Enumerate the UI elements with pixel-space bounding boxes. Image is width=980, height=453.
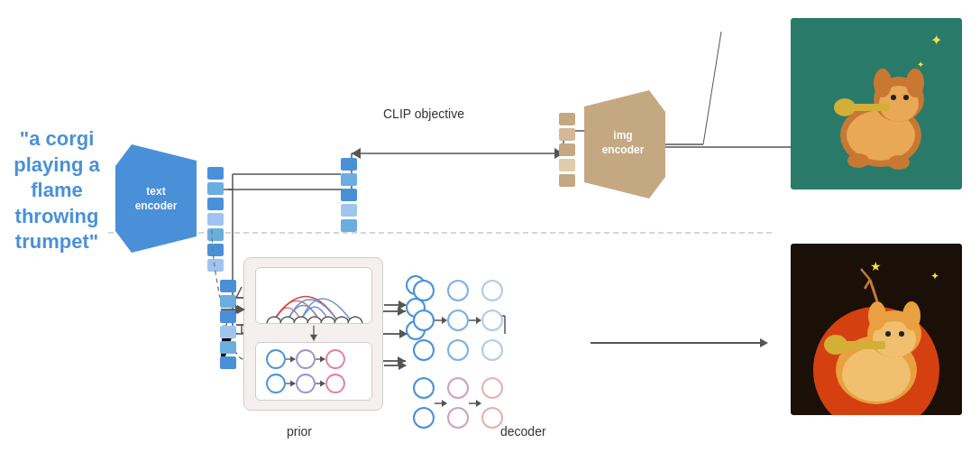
svg-line-19 <box>703 32 721 144</box>
svg-marker-82 <box>290 381 296 387</box>
svg-point-73 <box>326 350 344 368</box>
svg-point-68 <box>348 317 362 324</box>
prompt-line5: trumpet" <box>15 230 98 253</box>
svg-point-72 <box>297 350 315 368</box>
diagram-container: "a corgi playing a flame throwing trumpe… <box>0 0 980 453</box>
svg-point-25 <box>874 69 892 97</box>
svg-point-99 <box>414 408 434 428</box>
prompt-line2: playing a <box>14 153 99 176</box>
svg-point-27 <box>891 95 896 100</box>
svg-point-87 <box>414 340 434 360</box>
prompt-line4: throwing <box>15 205 99 227</box>
svg-marker-105 <box>476 400 481 407</box>
svg-point-33 <box>847 153 869 168</box>
svg-point-71 <box>267 350 285 368</box>
svg-point-62 <box>267 317 281 324</box>
svg-point-107 <box>482 408 502 428</box>
svg-point-30 <box>834 98 856 116</box>
svg-marker-78 <box>290 356 296 363</box>
svg-point-41 <box>868 301 886 330</box>
svg-point-92 <box>448 340 468 360</box>
svg-text:★: ★ <box>870 259 882 273</box>
svg-marker-89 <box>442 317 447 324</box>
svg-marker-58 <box>398 356 406 365</box>
corgi-image-top: ✦ ✦ <box>791 18 962 190</box>
svg-text:✦: ✦ <box>930 32 942 48</box>
svg-text:✦: ✦ <box>930 270 939 282</box>
prior-embed-left <box>220 280 236 369</box>
svg-point-47 <box>885 331 891 337</box>
svg-point-106 <box>482 378 502 398</box>
corgi-image-bottom: ★ ✦ <box>791 244 962 415</box>
svg-point-26 <box>906 69 924 97</box>
text-embed-top <box>207 167 224 272</box>
svg-point-48 <box>899 331 904 337</box>
text-encoder-label: text encoder <box>124 185 188 213</box>
svg-point-66 <box>321 317 335 324</box>
svg-point-96 <box>482 310 502 330</box>
svg-marker-56 <box>398 307 406 316</box>
svg-point-103 <box>448 408 468 428</box>
svg-point-65 <box>307 317 322 324</box>
text-prompt: "a corgi playing a flame throwing trumpe… <box>7 126 106 255</box>
svg-point-86 <box>414 310 434 330</box>
svg-marker-80 <box>320 356 325 363</box>
svg-point-98 <box>414 378 434 398</box>
decoder-section <box>406 271 586 433</box>
img-embed-left <box>559 113 575 187</box>
svg-point-91 <box>448 310 468 330</box>
svg-point-85 <box>414 281 434 300</box>
svg-marker-94 <box>476 317 481 324</box>
svg-marker-115 <box>760 338 768 347</box>
svg-point-74 <box>267 374 285 393</box>
svg-point-34 <box>888 155 910 170</box>
svg-point-50 <box>824 335 847 355</box>
svg-point-67 <box>334 317 349 324</box>
svg-point-76 <box>326 374 344 393</box>
svg-point-28 <box>903 95 909 100</box>
prompt-line3: flame <box>31 179 82 201</box>
svg-line-60 <box>236 287 242 298</box>
svg-marker-70 <box>309 335 316 341</box>
svg-marker-101 <box>442 400 447 407</box>
prior-attention-section <box>255 267 372 324</box>
svg-point-75 <box>297 374 315 393</box>
svg-point-102 <box>448 378 468 398</box>
prior-diffusion-section <box>255 342 372 401</box>
svg-marker-53 <box>235 305 243 314</box>
svg-point-42 <box>902 301 920 330</box>
svg-point-64 <box>294 317 308 324</box>
svg-marker-84 <box>320 381 325 387</box>
svg-point-63 <box>280 317 295 324</box>
decoder-label: decoder <box>500 424 546 439</box>
svg-point-95 <box>482 281 502 300</box>
prior-box <box>243 257 383 411</box>
svg-text:✦: ✦ <box>917 60 924 69</box>
prompt-line1: "a corgi <box>20 127 95 150</box>
clip-objective-label: CLIP objective <box>352 106 496 121</box>
svg-point-90 <box>448 281 468 300</box>
svg-point-97 <box>482 340 502 360</box>
prior-label: prior <box>287 424 312 439</box>
img-encoder-label: img encoder <box>591 129 655 157</box>
clip-embed-left <box>341 158 357 232</box>
